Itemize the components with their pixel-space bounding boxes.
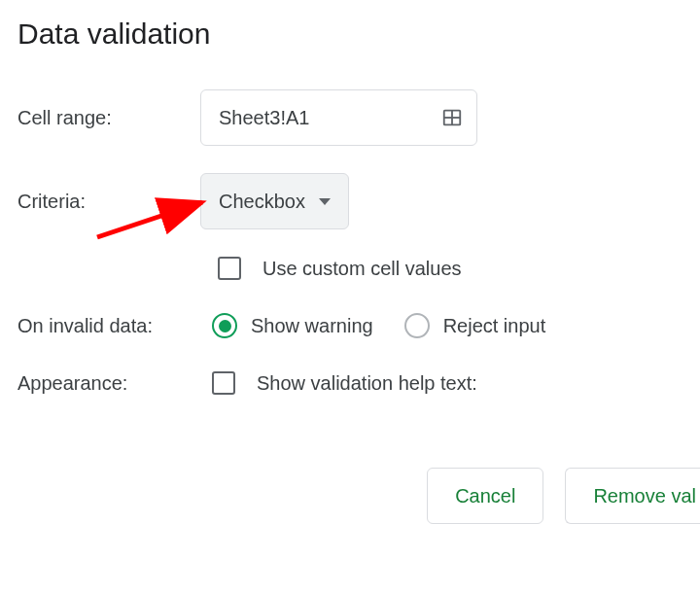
- invalid-data-label: On invalid data:: [18, 315, 212, 337]
- cell-range-input[interactable]: Sheet3!A1: [200, 89, 477, 146]
- cell-range-label: Cell range:: [18, 107, 200, 129]
- custom-values-label: Use custom cell values: [262, 258, 462, 280]
- criteria-label: Criteria:: [18, 191, 200, 213]
- appearance-row: Appearance: Show validation help text:: [18, 371, 700, 395]
- criteria-dropdown-value: Checkbox: [219, 191, 305, 213]
- custom-values-checkbox[interactable]: [218, 257, 241, 280]
- help-text-label: Show validation help text:: [257, 372, 477, 395]
- criteria-row: Criteria: Checkbox: [18, 173, 700, 229]
- show-warning-label: Show warning: [251, 315, 373, 337]
- cell-range-value: Sheet3!A1: [219, 107, 309, 129]
- remove-validation-button[interactable]: Remove val: [565, 468, 700, 524]
- custom-values-row: Use custom cell values: [18, 257, 700, 280]
- caret-down-icon: [319, 198, 331, 205]
- reject-input-label: Reject input: [443, 315, 546, 337]
- criteria-dropdown[interactable]: Checkbox: [200, 173, 349, 229]
- show-warning-radio[interactable]: [212, 313, 237, 338]
- cell-range-row: Cell range: Sheet3!A1: [18, 89, 700, 146]
- reject-input-radio[interactable]: [404, 313, 430, 338]
- invalid-data-row: On invalid data: Show warning Reject inp…: [18, 313, 700, 338]
- dialog-buttons: Cancel Remove val: [427, 468, 700, 524]
- help-text-checkbox[interactable]: [212, 371, 235, 395]
- grid-icon[interactable]: [441, 107, 463, 128]
- cancel-button[interactable]: Cancel: [427, 468, 543, 524]
- appearance-label: Appearance:: [18, 372, 212, 395]
- dialog-title: Data validation: [18, 17, 700, 51]
